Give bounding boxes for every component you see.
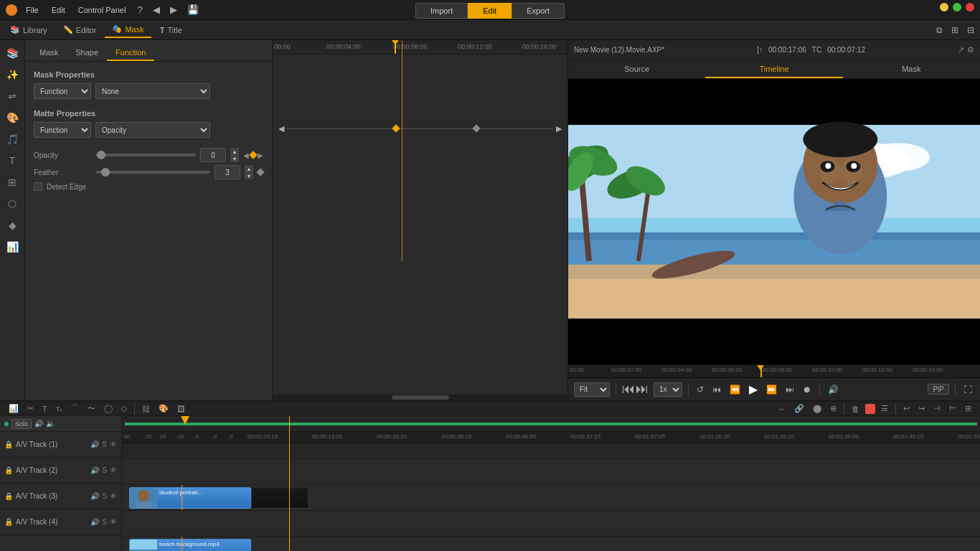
menu-file[interactable]: File [22,6,43,14]
kf-right-arrow[interactable]: ▶ [556,124,562,133]
sidebar-item-color[interactable]: 🎨 [2,108,22,128]
record-button[interactable]: ⏺ [801,383,814,396]
track-lane-4[interactable]: beach background.mp4 [122,537,980,551]
import-button[interactable]: Import [415,3,468,19]
sidebar-item-transitions[interactable]: ⇌ [2,86,22,106]
track-mute-4[interactable]: 🔊 [90,518,99,526]
tl-merge-tool[interactable]: ⊕ [827,402,839,415]
help-icon[interactable]: ? [134,3,146,17]
export-button[interactable]: Export [512,3,565,19]
tl-undo-tool[interactable]: ↩ [900,402,913,415]
opacity-spin-down[interactable]: ▼ [230,155,239,162]
tl-arc-tool[interactable]: ⌒ [68,402,82,415]
tl-circle-tool[interactable]: ◯ [101,402,116,415]
tl-tool-a[interactable]: ⊣ [930,402,943,415]
track-solo-1[interactable]: S [102,441,107,448]
track-lock-icon-3[interactable]: 🔒 [4,492,13,500]
matte-type-select[interactable]: Function [34,122,91,138]
rp-tab-mask[interactable]: Mask [843,60,980,78]
clip-beach-background[interactable]: beach background.mp4 [129,539,251,551]
tl-color2-tool[interactable] [865,404,875,414]
close-button[interactable] [966,3,974,11]
tl-link2-tool[interactable]: 🔗 [791,402,807,415]
track-mute-1[interactable]: 🔊 [90,441,99,448]
tl-link-tool[interactable]: ⛓ [139,403,153,415]
menu-control-panel[interactable]: Control Panel [74,6,131,14]
export-icon[interactable]: ↗ [958,45,964,55]
menu-edit[interactable]: Edit [47,6,70,14]
tl-image-tool[interactable]: 🖼 [174,403,188,415]
kf-prev-icon[interactable]: ◀ [243,151,249,159]
copy-icon[interactable]: ⧉ [933,24,946,37]
track-lock-icon-2[interactable]: 🔒 [4,466,13,474]
track-eye-1[interactable]: 👁 [110,441,117,448]
tl-redo-tool[interactable]: ↪ [915,402,928,415]
minimize-button[interactable] [940,3,948,11]
back-icon[interactable]: ◀ [150,3,163,17]
sidebar-item-keyframe[interactable]: ◆ [2,215,22,235]
tl-delete-tool[interactable]: 🗑 [849,403,862,415]
kf-next-icon[interactable]: ▶ [258,151,263,159]
volume-icon[interactable]: 🔊 [826,383,841,396]
opacity-slider[interactable] [95,154,196,156]
mute-icon[interactable]: 🔊 [34,420,43,428]
kf-diamond-2[interactable] [472,124,480,132]
tl-text-tool[interactable]: T [39,403,50,415]
tl-textstyle-tool[interactable]: Tₐ [53,404,66,414]
settings-icon[interactable]: ⚙ [967,45,974,55]
mask-tab-mask[interactable]: Mask [31,45,67,61]
tl-tool-b[interactable]: ⊢ [946,402,959,415]
sidebar-item-audio[interactable]: 🎵 [2,129,22,149]
track-solo-3[interactable]: S [102,492,107,500]
feather-spin-down[interactable]: ▼ [245,172,253,179]
view-icon[interactable]: ⊟ [964,24,977,37]
opacity-input[interactable] [200,148,226,162]
kf-feather-icon[interactable] [256,168,264,176]
solo-vol-icon[interactable]: 🔉 [46,420,55,428]
clone-icon[interactable]: ⊞ [948,24,961,37]
mask-tab-function[interactable]: Function [107,45,154,61]
goto-end-button[interactable]: ⏭ [783,383,796,396]
kf-add-icon[interactable] [249,151,257,159]
track-lock-icon-4[interactable]: 🔒 [4,518,13,526]
feather-spin-up[interactable]: ▲ [245,165,253,172]
kf-left-arrow[interactable]: ◀ [278,124,284,133]
track-lock-icon-1[interactable]: 🔒 [4,441,13,448]
maximize-button[interactable] [953,3,961,11]
track-eye-4[interactable]: 👁 [110,518,117,526]
opacity-spin-up[interactable]: ▲ [230,148,239,155]
track-eye-2[interactable]: 👁 [110,466,117,474]
solo-button[interactable]: Solo [11,419,32,429]
tl-histogram-tool[interactable]: 📊 [6,402,22,415]
pip-button[interactable]: PiP [928,384,949,395]
tl-wave-tool[interactable]: 〜 [85,402,98,415]
sidebar-item-multicam[interactable]: ⊞ [2,172,22,192]
tl-diamond-tool[interactable]: ◇ [118,402,130,415]
rp-tab-source[interactable]: Source [568,60,705,78]
rp-tab-timeline[interactable]: Timeline [705,60,842,78]
step-forward-button[interactable]: ⏩ [764,383,779,396]
track-lane-2[interactable]: student portrait... [122,485,980,511]
mask-type-select[interactable]: Function Feather [34,83,91,99]
mask-value-select[interactable]: None [95,83,210,99]
tl-menu-tool[interactable]: ☰ [878,402,891,415]
tab-library[interactable]: 📚 Library [3,22,55,37]
clip-student-portrait[interactable]: student portrait... [129,487,251,509]
sidebar-item-effects[interactable]: ✨ [2,65,22,85]
sidebar-item-mask[interactable]: ⬡ [2,194,22,214]
tl-cut-tool[interactable]: ✂ [24,402,37,415]
tl-color-tool[interactable]: 🎨 [156,402,171,415]
edit-button[interactable]: Edit [468,3,512,19]
tl-split-tool[interactable]: ⬤ [810,402,824,415]
save-icon[interactable]: 💾 [184,3,202,17]
clip-student-dark[interactable] [251,487,308,509]
tab-mask[interactable]: 🎭 Mask [105,22,151,38]
sidebar-item-library[interactable]: 📚 [2,43,22,63]
track-solo-4[interactable]: S [102,518,107,526]
track-eye-3[interactable]: 👁 [110,492,117,500]
tab-title[interactable]: T Title [153,23,189,37]
track-solo-2[interactable]: S [102,466,107,474]
kf-diamond-1[interactable] [392,124,400,132]
loop-button[interactable]: ↺ [694,383,706,396]
feather-input[interactable] [215,165,240,179]
